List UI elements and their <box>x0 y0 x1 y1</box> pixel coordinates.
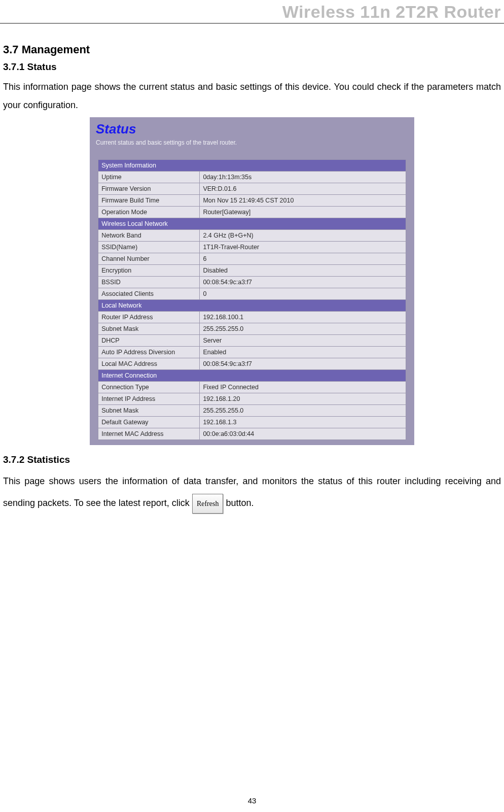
row-value: VER:D.01.6 <box>200 183 406 195</box>
row-label: Firmware Version <box>98 183 200 195</box>
row-label: Local MAC Address <box>98 358 200 370</box>
table-row: Operation ModeRouter[Gateway] <box>98 207 406 218</box>
row-value: Server <box>200 335 406 347</box>
section-3-7-2-paragraph: This page shows users the information of… <box>3 470 501 514</box>
row-label: SSID(Name) <box>98 242 200 253</box>
refresh-button[interactable]: Refresh <box>192 494 224 514</box>
row-label: BSSID <box>98 277 200 288</box>
row-label: Subnet Mask <box>98 323 200 335</box>
row-value: 255.255.255.0 <box>200 405 406 417</box>
row-value: 192.168.1.20 <box>200 393 406 405</box>
row-value: 00:08:54:9c:a3:f7 <box>200 358 406 370</box>
table-row: Auto IP Address DiversionEnabled <box>98 347 406 358</box>
table-row: Subnet Mask255.255.255.0 <box>98 323 406 335</box>
table-row: SSID(Name)1T1R-Travel-Router <box>98 242 406 253</box>
table-row: Default Gateway192.168.1.3 <box>98 417 406 428</box>
status-table: System Information Uptime0day:1h:13m:35s… <box>98 159 406 440</box>
row-value: 0 <box>200 288 406 300</box>
section-3-7-2-heading: 3.7.2 Statistics <box>3 454 501 465</box>
row-value: Mon Nov 15 21:49:45 CST 2010 <box>200 195 406 207</box>
table-row: Subnet Mask255.255.255.0 <box>98 405 406 417</box>
row-label: Channel Number <box>98 253 200 265</box>
row-label: Default Gateway <box>98 417 200 428</box>
section-3-7-1-paragraph: This information page shows the current … <box>3 78 501 114</box>
table-row: DHCPServer <box>98 335 406 347</box>
row-value: 255.255.255.0 <box>200 323 406 335</box>
row-value: 00:0e:a6:03:0d:44 <box>200 428 406 440</box>
section-header-wlan: Wireless Local Network <box>98 218 406 230</box>
row-label: Firmware Build Time <box>98 195 200 207</box>
row-value: Fixed IP Connected <box>200 382 406 393</box>
row-label: DHCP <box>98 335 200 347</box>
table-row: Internet IP Address192.168.1.20 <box>98 393 406 405</box>
table-row: BSSID00:08:54:9c:a3:f7 <box>98 277 406 288</box>
para-text-b: button. <box>226 498 254 508</box>
table-row: Firmware VersionVER:D.01.6 <box>98 183 406 195</box>
status-screenshot: Status Current status and basic settings… <box>90 117 414 445</box>
row-label: Internet MAC Address <box>98 428 200 440</box>
row-value: 0day:1h:13m:35s <box>200 172 406 183</box>
row-value: Disabled <box>200 265 406 277</box>
row-label: Associated Clients <box>98 288 200 300</box>
document-title: Wireless 11n 2T2R Router <box>282 2 501 21</box>
page-header: Wireless 11n 2T2R Router <box>0 0 504 24</box>
table-row: Channel Number6 <box>98 253 406 265</box>
row-label: Internet IP Address <box>98 393 200 405</box>
page-number: 43 <box>0 796 504 805</box>
status-subtitle: Current status and basic settings of the… <box>96 139 409 146</box>
row-value: 192.168.100.1 <box>200 312 406 323</box>
table-row: Network Band2.4 GHz (B+G+N) <box>98 230 406 242</box>
row-value: 6 <box>200 253 406 265</box>
table-row: Firmware Build TimeMon Nov 15 21:49:45 C… <box>98 195 406 207</box>
row-value: Enabled <box>200 347 406 358</box>
table-row: Uptime0day:1h:13m:35s <box>98 172 406 183</box>
section-3-7-heading: 3.7 Management <box>3 43 501 56</box>
table-row: Associated Clients0 <box>98 288 406 300</box>
section-header-wan: Internet Connection <box>98 370 406 382</box>
row-label: Uptime <box>98 172 200 183</box>
row-value: 2.4 GHz (B+G+N) <box>200 230 406 242</box>
row-value: 00:08:54:9c:a3:f7 <box>200 277 406 288</box>
section-header-lan: Local Network <box>98 300 406 312</box>
row-label: Network Band <box>98 230 200 242</box>
row-label: Auto IP Address Diversion <box>98 347 200 358</box>
row-value: Router[Gateway] <box>200 207 406 218</box>
row-label: Connection Type <box>98 382 200 393</box>
row-label: Router IP Address <box>98 312 200 323</box>
row-label: Subnet Mask <box>98 405 200 417</box>
row-label: Encryption <box>98 265 200 277</box>
row-value: 1T1R-Travel-Router <box>200 242 406 253</box>
table-row: Local MAC Address00:08:54:9c:a3:f7 <box>98 358 406 370</box>
row-value: 192.168.1.3 <box>200 417 406 428</box>
table-row: Internet MAC Address00:0e:a6:03:0d:44 <box>98 428 406 440</box>
table-row: EncryptionDisabled <box>98 265 406 277</box>
section-header-sysinfo: System Information <box>98 160 406 172</box>
table-row: Connection TypeFixed IP Connected <box>98 382 406 393</box>
table-row: Router IP Address192.168.100.1 <box>98 312 406 323</box>
status-title: Status <box>96 121 409 137</box>
row-label: Operation Mode <box>98 207 200 218</box>
section-3-7-1-heading: 3.7.1 Status <box>3 61 501 73</box>
